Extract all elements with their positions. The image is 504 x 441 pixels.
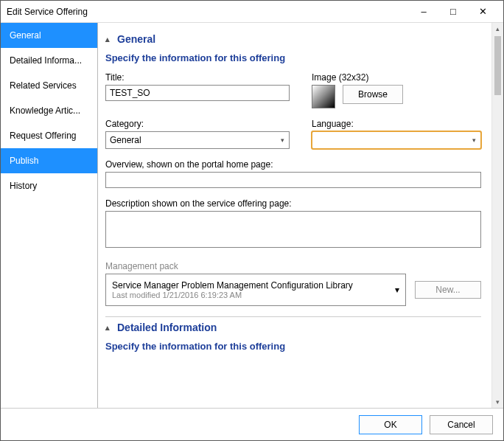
- row-title-image: Title: Image (32x32) Browse: [105, 72, 481, 108]
- title-input[interactable]: [105, 85, 290, 101]
- mp-row: Management pack Service Manager Problem …: [105, 261, 481, 306]
- sidebar-item-label: Request Offering: [10, 131, 77, 141]
- browse-button[interactable]: Browse: [343, 85, 403, 104]
- sidebar-item-related-services[interactable]: Related Services: [1, 73, 97, 98]
- sidebar-item-general[interactable]: General: [1, 23, 97, 48]
- sidebar-item-label: Publish: [10, 156, 38, 166]
- chevron-up-icon: ▴: [105, 323, 117, 333]
- mp-lines: Service Manager Problem Management Confi…: [112, 280, 353, 299]
- window-controls: – □ ✕: [409, 1, 497, 22]
- management-pack-select[interactable]: Service Manager Problem Management Confi…: [105, 274, 406, 306]
- sidebar-item-history[interactable]: History: [1, 173, 97, 198]
- sidebar-item-publish[interactable]: Publish: [1, 148, 97, 173]
- sidebar-item-label: General: [10, 30, 41, 41]
- section-title: General: [117, 33, 155, 45]
- category-label: Category:: [105, 119, 290, 129]
- section-subtitle-detailed: Specify the information for this offerin…: [105, 338, 481, 361]
- image-preview-icon: [312, 85, 335, 108]
- maximize-button[interactable]: □: [438, 1, 468, 22]
- language-col: Language: ▾: [312, 119, 481, 149]
- dialog-footer: OK Cancel: [1, 408, 503, 440]
- row-category-language: Category: General ▾ Language: ▾: [105, 119, 481, 149]
- mp-name: Service Manager Problem Management Confi…: [112, 280, 353, 291]
- section-header-general[interactable]: ▴ General: [105, 29, 481, 49]
- chevron-up-icon: ▴: [105, 35, 117, 44]
- mp-label: Management pack: [105, 261, 406, 271]
- main-panel: ▴ General Specify the information for th…: [98, 23, 503, 408]
- category-col: Category: General ▾: [105, 119, 290, 149]
- sidebar: General Detailed Informa... Related Serv…: [1, 23, 98, 408]
- image-block: Browse: [312, 85, 459, 108]
- section-subtitle: Specify the information for this offerin…: [105, 49, 481, 72]
- category-value: General: [110, 135, 141, 145]
- scroll-up-icon[interactable]: ▴: [492, 23, 503, 35]
- language-select[interactable]: ▾: [312, 131, 481, 149]
- ok-button[interactable]: OK: [359, 415, 422, 434]
- sidebar-item-label: History: [10, 181, 37, 191]
- description-input[interactable]: [105, 211, 481, 248]
- chevron-down-icon: ▾: [472, 136, 476, 144]
- vertical-scrollbar[interactable]: ▴ ▾: [491, 23, 503, 408]
- sidebar-item-knowledge-articles[interactable]: Knowledge Artic...: [1, 98, 97, 123]
- new-mp-button[interactable]: New...: [415, 281, 481, 299]
- description-block: Description shown on the service offerin…: [105, 198, 481, 248]
- minimize-button[interactable]: –: [409, 1, 438, 22]
- cancel-button[interactable]: Cancel: [430, 415, 493, 434]
- sidebar-item-label: Knowledge Artic...: [10, 105, 80, 116]
- titlebar: Edit Service Offering – □ ✕: [1, 1, 503, 23]
- sidebar-item-label: Related Services: [10, 80, 77, 91]
- chevron-down-icon: ▾: [281, 136, 284, 144]
- scroll-thumb[interactable]: [494, 36, 501, 95]
- scroll-down-icon[interactable]: ▾: [492, 396, 503, 408]
- window-body: General Detailed Informa... Related Serv…: [1, 23, 503, 408]
- overview-block: Overview, shown on the portal home page:: [105, 159, 481, 188]
- sidebar-item-detailed-information[interactable]: Detailed Informa...: [1, 48, 97, 73]
- mp-modified: Last modified 1/21/2016 6:19:23 AM: [112, 291, 353, 299]
- category-select[interactable]: General ▾: [105, 131, 290, 149]
- edit-service-offering-window: Edit Service Offering – □ ✕ General Deta…: [0, 0, 504, 441]
- image-label: Image (32x32): [312, 72, 459, 83]
- scroll-area: ▴ General Specify the information for th…: [98, 23, 491, 408]
- window-title: Edit Service Offering: [7, 7, 409, 17]
- mp-col: Management pack Service Manager Problem …: [105, 261, 406, 306]
- title-label: Title:: [105, 72, 290, 83]
- title-col: Title:: [105, 72, 290, 108]
- section-header-detailed[interactable]: ▴ Detailed Information: [105, 317, 481, 338]
- image-col: Image (32x32) Browse: [312, 72, 459, 108]
- section-title: Detailed Information: [117, 322, 217, 333]
- description-label: Description shown on the service offerin…: [105, 198, 481, 209]
- language-label: Language:: [312, 119, 481, 129]
- overview-input[interactable]: [105, 172, 481, 188]
- sidebar-item-label: Detailed Informa...: [10, 55, 82, 66]
- close-button[interactable]: ✕: [468, 1, 497, 22]
- chevron-down-icon: ▾: [395, 285, 399, 295]
- sidebar-item-request-offering[interactable]: Request Offering: [1, 123, 97, 148]
- overview-label: Overview, shown on the portal home page:: [105, 159, 481, 170]
